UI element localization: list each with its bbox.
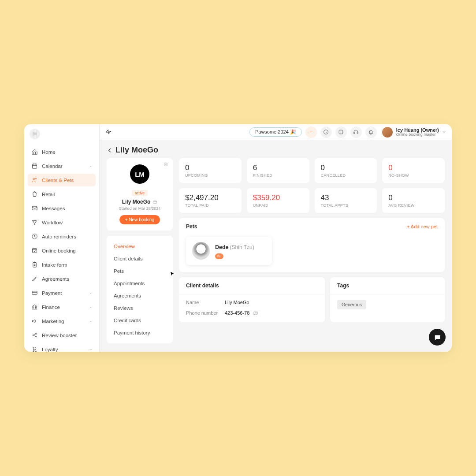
tab-appointments[interactable]: Appointments [107,277,173,290]
notifications-button[interactable] [365,126,377,138]
sidebar-item-label: Calendar [42,164,63,169]
pet-badge: Fri [215,253,223,259]
sidebar-item-agreements[interactable]: Agreements [28,272,96,285]
sidebar-item-label: Agreements [42,276,69,282]
left-column: LM active Lily MoeGo Started on Mar 28/2… [107,158,173,345]
sidebar-item-review-booster[interactable]: Review booster [28,329,96,342]
sidebar-item-clients-pets[interactable]: Clients & Pets [28,174,96,186]
add-pet-button[interactable]: + Add new pet [407,224,438,229]
pet-card[interactable]: Dede(Shih Tzu) Fri [186,237,272,265]
svg-point-13 [35,333,37,335]
back-button[interactable] [107,147,113,153]
messages-icon [31,205,38,212]
svg-point-1 [33,178,35,180]
chevron-down-icon [89,347,93,352]
sidebar-item-auto-reminders[interactable]: Auto reminders [28,230,96,243]
main-area: Pawsome 2024 🎉 Icy Huang (Owner) Online … [100,124,452,352]
stat-total-paid: $2,497.20TOTAL PAID [179,188,242,213]
stat-label: TOTAL APPTS [321,203,371,208]
stats-row-1: 0UPCOMING6FINISHED0CANCELLED0NO-SHOW [179,158,445,183]
pet-name: Dede [215,244,229,250]
card-icon [31,290,38,296]
detail-value: 423-456-78 [225,310,258,316]
sidebar-item-retail[interactable]: Retail [28,188,96,201]
sidebar-item-online-booking[interactable]: Online booking [28,244,96,257]
history-button[interactable] [320,126,332,138]
stat-unpaid: $359.20UNPAID [247,188,309,213]
detail-row: Phone number423-456-78 [186,305,318,316]
detail-value: Lily MoeGo [225,300,249,305]
details-tags-row: Client details NameLily MoeGoPhone numbe… [179,277,445,322]
promo-pill[interactable]: Pawsome 2024 🎉 [249,127,302,137]
right-column: 0UPCOMING6FINISHED0CANCELLED0NO-SHOW $2,… [179,158,445,345]
booking-icon [31,247,38,254]
svg-rect-19 [357,132,358,134]
headset-icon [353,129,359,135]
tab-credit-cards[interactable]: Credit cards [107,314,173,327]
svg-point-23 [256,313,257,313]
stat-label: AVG REVIEW [388,203,439,208]
sidebar-item-intake-form[interactable]: Intake form [28,258,96,271]
pets-heading: Pets [186,223,197,230]
svg-rect-11 [32,291,37,295]
stat-label: UNPAID [253,203,303,208]
clock-icon [31,233,38,240]
tags-heading: Tags [337,283,349,289]
detail-tabs: OverviewClient detailsPetsAppointmentsAg… [107,236,173,343]
sms-icon[interactable] [253,311,258,316]
topbar: Pawsome 2024 🎉 Icy Huang (Owner) Online … [100,124,452,140]
started-date: Started on Mar 28/2024 [112,206,167,211]
chat-icon [434,334,441,341]
client-name: Lily MoeGo [122,199,151,205]
stat-label: TOTAL PAID [185,203,235,208]
svg-rect-8 [33,249,37,253]
sidebar-item-messages[interactable]: Messages [28,202,96,215]
user-avatar [382,127,393,138]
svg-point-4 [33,220,34,222]
user-subtitle: Online booking master [396,133,439,137]
sidebar-item-label: Retail [42,192,55,197]
profile-card: LM active Lily MoeGo Started on Mar 28/2… [107,158,173,231]
svg-rect-20 [153,201,157,203]
tag-chip[interactable]: Generous [337,300,366,309]
tab-payment-history[interactable]: Payment history [107,327,173,339]
chevron-down-icon [89,291,93,295]
pet-breed: (Shih Tzu) [230,244,254,250]
sidebar-item-payment[interactable]: Payment [28,286,96,299]
logo-icon [105,129,112,136]
pet-image [192,242,210,260]
menu-toggle-button[interactable] [30,129,40,139]
sidebar-item-loyalty[interactable]: Loyalty [28,343,96,352]
bank-icon [31,304,38,310]
tab-pets[interactable]: Pets [107,265,173,277]
stat-value: 0 [388,164,439,172]
detail-row: NameLily MoeGo [186,294,318,305]
sidebar-item-finance[interactable]: Finance [28,301,96,313]
sidebar-item-home[interactable]: Home [28,145,96,158]
download-button[interactable] [335,126,347,138]
sidebar-item-workflow[interactable]: Workflow [28,216,96,229]
loyalty-icon [31,346,38,352]
sidebar-item-marketing[interactable]: Marketing [28,315,96,327]
new-booking-button[interactable]: + New booking [119,215,160,224]
user-name: Icy Huang (Owner) [396,127,439,133]
archive-icon[interactable] [164,162,168,167]
stat-finished: 6FINISHED [247,158,309,183]
tab-client-details[interactable]: Client details [107,253,173,265]
support-button[interactable] [350,126,362,138]
user-menu[interactable]: Icy Huang (Owner) Online booking master [382,127,446,138]
add-button[interactable] [305,126,317,138]
sidebar-item-calendar[interactable]: Calendar [28,160,96,172]
tab-agreements[interactable]: Agreements [107,290,173,302]
app-window: HomeCalendarClients & PetsRetailMessages… [24,124,452,352]
sidebar-item-label: Finance [42,305,60,310]
chat-fab[interactable] [429,329,446,346]
megaphone-icon [31,318,38,324]
svg-point-15 [33,347,36,350]
bell-icon [368,129,374,135]
tab-reviews[interactable]: Reviews [107,302,173,314]
svg-rect-3 [32,206,37,210]
tab-overview[interactable]: Overview [107,240,173,253]
sidebar-item-label: Review booster [42,333,77,338]
stats-row-2: $2,497.20TOTAL PAID$359.20UNPAID43TOTAL … [179,188,445,213]
